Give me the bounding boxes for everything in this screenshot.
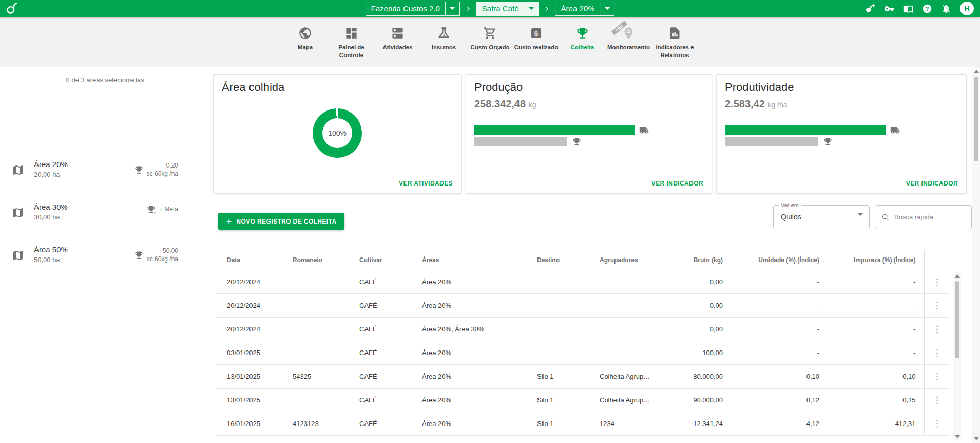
chevron-down-icon [858, 216, 863, 225]
area-info: Área 50%50,00 ha [34, 245, 68, 264]
table-cell: 100,00 [660, 341, 731, 365]
table-cell: 0,00 [660, 294, 731, 318]
new-harvest-record-button[interactable]: + NOVO REGISTRO DE COLHEITA [218, 213, 344, 230]
scroll-down-arrow[interactable] [955, 435, 960, 438]
card-title: Produtividade [725, 81, 794, 94]
tab-atividades[interactable]: Atividades [375, 25, 421, 51]
table-cell: 20/12/2024 [216, 318, 284, 341]
row-menu-button[interactable]: ⋮ [929, 275, 946, 288]
see-indicator-link[interactable]: VER INDICADOR [906, 180, 958, 187]
table-row: 20/12/2024CAFÉÁrea 20%0,00--⋮ [216, 294, 950, 318]
tab-custo-orcado[interactable]: Custo Orçado [467, 25, 513, 51]
row-menu-button[interactable]: ⋮ [929, 417, 946, 430]
table-cell: 13/01/2025 [216, 389, 284, 412]
truck-icon [639, 125, 649, 135]
production-value: 258.342,48 kg [474, 98, 536, 110]
tab-custo-realizado[interactable]: $Custo realizado [513, 25, 560, 51]
see-activities-link[interactable]: VER ATIVIDADES [399, 180, 453, 187]
table-cell [529, 294, 591, 318]
aegro-logo-icon[interactable] [5, 2, 19, 15]
table-cell: 16/01/2025 [216, 412, 284, 436]
table-cell: 1234 [591, 412, 660, 436]
breadcrumb-farm-dropdown[interactable] [445, 2, 459, 15]
table-cell: - [731, 318, 828, 341]
area-item[interactable]: Área 50%50,00 ha50,00sc 60kg /ha [0, 244, 210, 277]
row-menu-button[interactable]: ⋮ [929, 394, 946, 407]
table-cell: - [731, 341, 828, 365]
breadcrumb-season[interactable]: Safra Café [476, 2, 539, 16]
area-name: Área 20% [34, 160, 68, 169]
row-menu-button[interactable]: ⋮ [929, 299, 946, 312]
table-scrollbar-thumb[interactable] [955, 281, 959, 358]
breadcrumb-season-dropdown[interactable] [524, 2, 539, 15]
table-cell [591, 318, 660, 341]
row-menu-button[interactable]: ⋮ [929, 370, 946, 383]
breadcrumb-farm[interactable]: Fazenda Custos 2.0 [366, 2, 460, 16]
key-icon[interactable] [884, 4, 894, 14]
nav-tabs: MapaPainel de ControleAtividadesInsumosC… [282, 25, 698, 59]
table-cell: 54325 [284, 365, 351, 389]
breadcrumb-area-dropdown[interactable] [600, 2, 614, 15]
realized-bar [474, 125, 635, 135]
table-cell: Área 20%, Área 30% [414, 318, 529, 341]
tab-monitoramento[interactable]: PROMonitoramento [606, 25, 652, 51]
manual-book-icon[interactable] [903, 4, 913, 14]
tab-mapa[interactable]: Mapa [282, 25, 329, 51]
table-row: 20/12/2024CAFÉÁrea 20%0,00--⋮ [216, 270, 950, 294]
column-header-actions [924, 250, 950, 270]
tab-indicadores-relatorios[interactable]: Indicadores e Relatórios [652, 25, 698, 59]
area-goal: 50,00sc 60kg /ha [134, 247, 178, 263]
table-cell: 0,00 [660, 270, 731, 294]
tab-insumos[interactable]: Insumos [421, 25, 467, 51]
view-in-label: Ver em [779, 202, 801, 208]
dollar-icon: $ [529, 26, 543, 40]
production-unit: kg [529, 101, 536, 109]
table-cell: Silo 1 [529, 412, 591, 436]
area-goal-text: 50,00sc 60kg /ha [147, 247, 178, 263]
view-in-select[interactable]: Ver em Quilos [773, 205, 870, 229]
page-scrollbar[interactable] [972, 67, 980, 443]
scroll-up-arrow[interactable] [974, 70, 979, 73]
areas-selection-summary: 0 de 3 áreas selecionadas [0, 76, 210, 84]
scroll-up-arrow[interactable] [955, 274, 960, 278]
harvest-records-table: DataRomaneioCultivarÁreasDestinoAgrupado… [216, 250, 950, 436]
map-icon [12, 207, 24, 219]
avatar[interactable]: H [960, 2, 974, 15]
breadcrumb-area[interactable]: Área 20% [555, 2, 615, 16]
table-cell [591, 270, 660, 294]
report-icon [668, 26, 682, 40]
area-item[interactable]: Área 30%30,00 ha+ Meta [0, 201, 210, 234]
notifications-muted-icon[interactable] [941, 4, 951, 14]
invite-user-icon[interactable] [865, 4, 875, 14]
table-cell: 90.000,00 [660, 389, 731, 412]
search-input[interactable] [893, 213, 952, 222]
table-scrollbar[interactable] [953, 272, 961, 441]
table-cell: 80.000,00 [660, 365, 731, 389]
table-cell [284, 294, 351, 318]
areas-sidebar: 0 de 3 áreas selecionadas Área 20%20,00 … [0, 67, 210, 443]
area-item[interactable]: Área 20%20,00 ha0,20sc 60kg /ha [0, 159, 210, 192]
table-cell: Silo 1 [529, 389, 591, 412]
quick-search-field[interactable] [876, 205, 972, 229]
tab-painel-de-controle[interactable]: Painel de Controle [329, 25, 375, 59]
production-card: Produção 258.342,48 kg VER INDICADOR [466, 74, 712, 194]
top-actions: ? H [865, 0, 974, 17]
row-menu-button[interactable]: ⋮ [929, 323, 946, 336]
goal-bar [474, 137, 567, 146]
tab-colheita[interactable]: Colheita [560, 25, 606, 51]
table-cell: - [828, 318, 924, 341]
help-icon[interactable]: ? [922, 4, 932, 14]
production-bars [474, 125, 703, 148]
scroll-down-arrow[interactable] [974, 437, 979, 440]
table-cell: 4123123 [284, 412, 351, 436]
see-indicator-link[interactable]: VER INDICADOR [651, 180, 703, 187]
table-cell: Colheita Agrupado... [591, 389, 660, 412]
column-header: Data [216, 250, 284, 270]
table-cell [529, 318, 591, 341]
tab-label: Monitoramento [607, 44, 650, 51]
row-menu-button[interactable]: ⋮ [929, 346, 946, 359]
table-cell: 4,12 [731, 412, 828, 436]
area-goal[interactable]: + Meta [146, 205, 178, 214]
trophy-icon [575, 26, 589, 40]
page-scrollbar-thumb[interactable] [974, 77, 978, 161]
